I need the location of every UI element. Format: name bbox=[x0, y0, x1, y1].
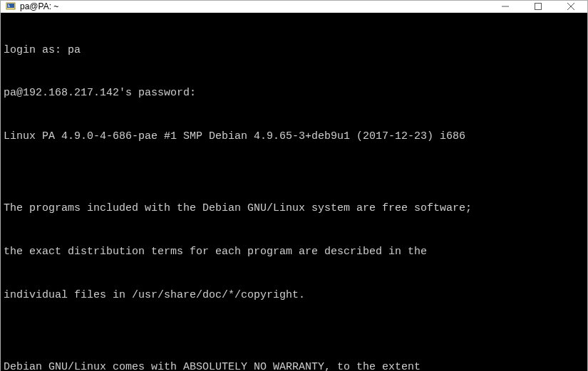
terminal-line: The programs included with the Debian GN… bbox=[4, 202, 584, 216]
svg-rect-5 bbox=[535, 4, 542, 10]
terminal-line: the exact distribution terms for each pr… bbox=[4, 245, 584, 259]
terminal-line: individual files in /usr/share/doc/*/cop… bbox=[4, 288, 584, 303]
window-controls bbox=[489, 1, 587, 12]
terminal-area[interactable]: login as: pa pa@192.168.217.142's passwo… bbox=[1, 13, 587, 371]
terminal-line: login as: pa bbox=[4, 43, 584, 58]
terminal-line: Debian GNU/Linux comes with ABSOLUTELY N… bbox=[4, 360, 584, 371]
minimize-button[interactable] bbox=[489, 1, 522, 12]
maximize-button[interactable] bbox=[522, 1, 555, 12]
putty-window: pa@PA: ~ login as: pa pa@192.168.217.142… bbox=[0, 0, 588, 371]
app-icon bbox=[5, 1, 16, 12]
terminal-line: Linux PA 4.9.0-4-686-pae #1 SMP Debian 4… bbox=[4, 130, 584, 144]
terminal-line: pa@192.168.217.142's password: bbox=[4, 86, 584, 100]
window-title: pa@PA: ~ bbox=[20, 1, 489, 11]
titlebar[interactable]: pa@PA: ~ bbox=[1, 1, 587, 13]
svg-rect-1 bbox=[7, 4, 14, 8]
close-button[interactable] bbox=[555, 1, 587, 12]
